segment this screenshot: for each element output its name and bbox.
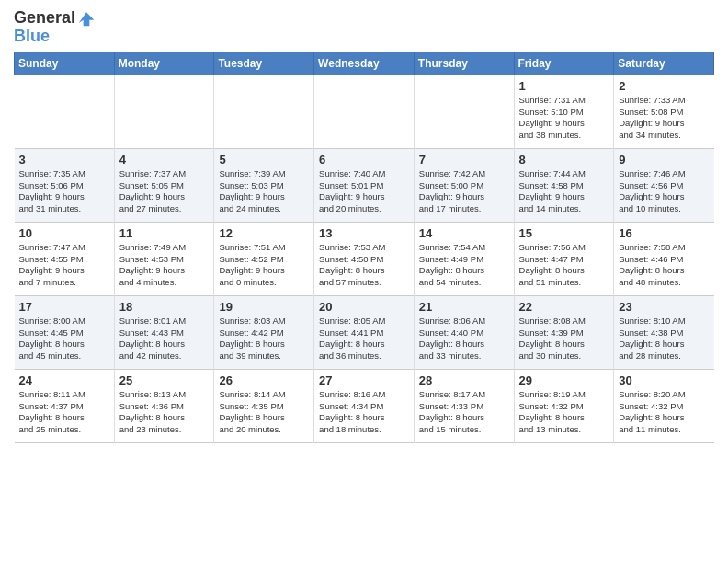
- day-cell: 2Sunrise: 7:33 AM Sunset: 5:08 PM Daylig…: [614, 75, 714, 148]
- day-info: Sunrise: 7:39 AM Sunset: 5:03 PM Dayligh…: [219, 168, 309, 215]
- day-info: Sunrise: 8:16 AM Sunset: 4:34 PM Dayligh…: [319, 389, 409, 436]
- col-header-tuesday: Tuesday: [214, 52, 314, 75]
- day-cell: [314, 75, 415, 148]
- day-cell: 19Sunrise: 8:03 AM Sunset: 4:42 PM Dayli…: [214, 295, 314, 369]
- col-header-monday: Monday: [114, 52, 214, 75]
- col-header-thursday: Thursday: [414, 52, 514, 75]
- day-cell: 15Sunrise: 7:56 AM Sunset: 4:47 PM Dayli…: [514, 222, 614, 295]
- day-cell: [114, 75, 214, 148]
- day-info: Sunrise: 7:35 AM Sunset: 5:06 PM Dayligh…: [19, 168, 109, 215]
- day-cell: 9Sunrise: 7:46 AM Sunset: 4:56 PM Daylig…: [614, 148, 714, 222]
- day-info: Sunrise: 8:11 AM Sunset: 4:37 PM Dayligh…: [19, 389, 109, 436]
- day-number: 22: [519, 300, 609, 314]
- day-number: 28: [419, 373, 509, 387]
- day-number: 14: [419, 226, 509, 240]
- day-number: 29: [519, 373, 609, 387]
- day-cell: 14Sunrise: 7:54 AM Sunset: 4:49 PM Dayli…: [414, 222, 514, 295]
- day-number: 23: [619, 300, 709, 314]
- day-cell: 28Sunrise: 8:17 AM Sunset: 4:33 PM Dayli…: [414, 369, 514, 442]
- day-number: 3: [19, 153, 109, 167]
- day-info: Sunrise: 7:49 AM Sunset: 4:53 PM Dayligh…: [119, 242, 210, 289]
- logo: General Blue: [14, 9, 96, 46]
- svg-marker-0: [79, 12, 95, 26]
- week-row-2: 3Sunrise: 7:35 AM Sunset: 5:06 PM Daylig…: [15, 148, 714, 222]
- day-info: Sunrise: 8:03 AM Sunset: 4:42 PM Dayligh…: [219, 316, 309, 362]
- day-cell: 25Sunrise: 8:13 AM Sunset: 4:36 PM Dayli…: [114, 369, 214, 442]
- day-number: 18: [119, 300, 210, 314]
- day-number: 7: [419, 153, 509, 167]
- day-number: 2: [619, 79, 709, 93]
- day-cell: 26Sunrise: 8:14 AM Sunset: 4:35 PM Dayli…: [214, 369, 314, 442]
- day-cell: 11Sunrise: 7:49 AM Sunset: 4:53 PM Dayli…: [114, 222, 214, 295]
- day-info: Sunrise: 8:08 AM Sunset: 4:39 PM Dayligh…: [519, 316, 609, 362]
- week-row-1: 1Sunrise: 7:31 AM Sunset: 5:10 PM Daylig…: [15, 75, 714, 148]
- day-cell: 29Sunrise: 8:19 AM Sunset: 4:32 PM Dayli…: [514, 369, 614, 442]
- day-info: Sunrise: 7:47 AM Sunset: 4:55 PM Dayligh…: [19, 242, 109, 289]
- day-info: Sunrise: 7:51 AM Sunset: 4:52 PM Dayligh…: [219, 242, 309, 289]
- day-cell: [214, 75, 314, 148]
- day-cell: [414, 75, 514, 148]
- day-number: 13: [319, 226, 409, 240]
- day-info: Sunrise: 7:44 AM Sunset: 4:58 PM Dayligh…: [519, 168, 609, 215]
- logo-text-line1: General: [14, 9, 75, 28]
- day-info: Sunrise: 8:06 AM Sunset: 4:40 PM Dayligh…: [419, 316, 509, 362]
- day-number: 15: [519, 226, 609, 240]
- day-cell: 16Sunrise: 7:58 AM Sunset: 4:46 PM Dayli…: [614, 222, 714, 295]
- day-cell: 21Sunrise: 8:06 AM Sunset: 4:40 PM Dayli…: [414, 295, 514, 369]
- day-info: Sunrise: 7:53 AM Sunset: 4:50 PM Dayligh…: [319, 242, 409, 289]
- day-number: 4: [119, 153, 210, 167]
- day-cell: 3Sunrise: 7:35 AM Sunset: 5:06 PM Daylig…: [15, 148, 115, 222]
- day-info: Sunrise: 7:31 AM Sunset: 5:10 PM Dayligh…: [519, 95, 609, 142]
- day-number: 6: [319, 153, 409, 167]
- day-info: Sunrise: 7:40 AM Sunset: 5:01 PM Dayligh…: [319, 168, 409, 215]
- day-info: Sunrise: 8:20 AM Sunset: 4:32 PM Dayligh…: [619, 389, 709, 436]
- day-info: Sunrise: 8:19 AM Sunset: 4:32 PM Dayligh…: [519, 389, 609, 436]
- day-cell: 5Sunrise: 7:39 AM Sunset: 5:03 PM Daylig…: [214, 148, 314, 222]
- day-cell: 12Sunrise: 7:51 AM Sunset: 4:52 PM Dayli…: [214, 222, 314, 295]
- week-row-4: 17Sunrise: 8:00 AM Sunset: 4:45 PM Dayli…: [15, 295, 714, 369]
- day-info: Sunrise: 7:54 AM Sunset: 4:49 PM Dayligh…: [419, 242, 509, 289]
- day-number: 25: [119, 373, 210, 387]
- day-number: 9: [619, 153, 709, 167]
- logo-text-line2: Blue: [14, 28, 96, 46]
- day-info: Sunrise: 8:01 AM Sunset: 4:43 PM Dayligh…: [119, 316, 210, 362]
- day-number: 27: [319, 373, 409, 387]
- day-cell: 13Sunrise: 7:53 AM Sunset: 4:50 PM Dayli…: [314, 222, 415, 295]
- day-info: Sunrise: 7:37 AM Sunset: 5:05 PM Dayligh…: [119, 168, 210, 215]
- day-info: Sunrise: 8:13 AM Sunset: 4:36 PM Dayligh…: [119, 389, 210, 436]
- day-cell: 18Sunrise: 8:01 AM Sunset: 4:43 PM Dayli…: [114, 295, 214, 369]
- day-number: 12: [219, 226, 309, 240]
- day-cell: 20Sunrise: 8:05 AM Sunset: 4:41 PM Dayli…: [314, 295, 415, 369]
- header: General Blue: [14, 9, 714, 46]
- calendar-table: SundayMondayTuesdayWednesdayThursdayFrid…: [14, 52, 714, 443]
- day-number: 19: [219, 300, 309, 314]
- day-cell: 22Sunrise: 8:08 AM Sunset: 4:39 PM Dayli…: [514, 295, 614, 369]
- day-number: 20: [319, 300, 409, 314]
- day-number: 24: [19, 373, 109, 387]
- day-cell: 8Sunrise: 7:44 AM Sunset: 4:58 PM Daylig…: [514, 148, 614, 222]
- day-cell: 4Sunrise: 7:37 AM Sunset: 5:05 PM Daylig…: [114, 148, 214, 222]
- day-number: 11: [119, 226, 210, 240]
- day-number: 5: [219, 153, 309, 167]
- week-row-3: 10Sunrise: 7:47 AM Sunset: 4:55 PM Dayli…: [15, 222, 714, 295]
- day-cell: 30Sunrise: 8:20 AM Sunset: 4:32 PM Dayli…: [614, 369, 714, 442]
- day-cell: 27Sunrise: 8:16 AM Sunset: 4:34 PM Dayli…: [314, 369, 415, 442]
- day-cell: 17Sunrise: 8:00 AM Sunset: 4:45 PM Dayli…: [15, 295, 115, 369]
- day-info: Sunrise: 8:00 AM Sunset: 4:45 PM Dayligh…: [19, 316, 109, 362]
- day-cell: 10Sunrise: 7:47 AM Sunset: 4:55 PM Dayli…: [15, 222, 115, 295]
- col-header-saturday: Saturday: [614, 52, 714, 75]
- day-number: 16: [619, 226, 709, 240]
- day-info: Sunrise: 7:46 AM Sunset: 4:56 PM Dayligh…: [619, 168, 709, 215]
- day-number: 26: [219, 373, 309, 387]
- header-row: SundayMondayTuesdayWednesdayThursdayFrid…: [15, 52, 714, 75]
- day-cell: 7Sunrise: 7:42 AM Sunset: 5:00 PM Daylig…: [414, 148, 514, 222]
- day-info: Sunrise: 8:05 AM Sunset: 4:41 PM Dayligh…: [319, 316, 409, 362]
- col-header-sunday: Sunday: [15, 52, 115, 75]
- week-row-5: 24Sunrise: 8:11 AM Sunset: 4:37 PM Dayli…: [15, 369, 714, 442]
- day-info: Sunrise: 7:56 AM Sunset: 4:47 PM Dayligh…: [519, 242, 609, 289]
- day-info: Sunrise: 7:42 AM Sunset: 5:00 PM Dayligh…: [419, 168, 509, 215]
- day-cell: [15, 75, 115, 148]
- day-cell: 6Sunrise: 7:40 AM Sunset: 5:01 PM Daylig…: [314, 148, 415, 222]
- day-info: Sunrise: 8:10 AM Sunset: 4:38 PM Dayligh…: [619, 316, 709, 362]
- day-info: Sunrise: 7:58 AM Sunset: 4:46 PM Dayligh…: [619, 242, 709, 289]
